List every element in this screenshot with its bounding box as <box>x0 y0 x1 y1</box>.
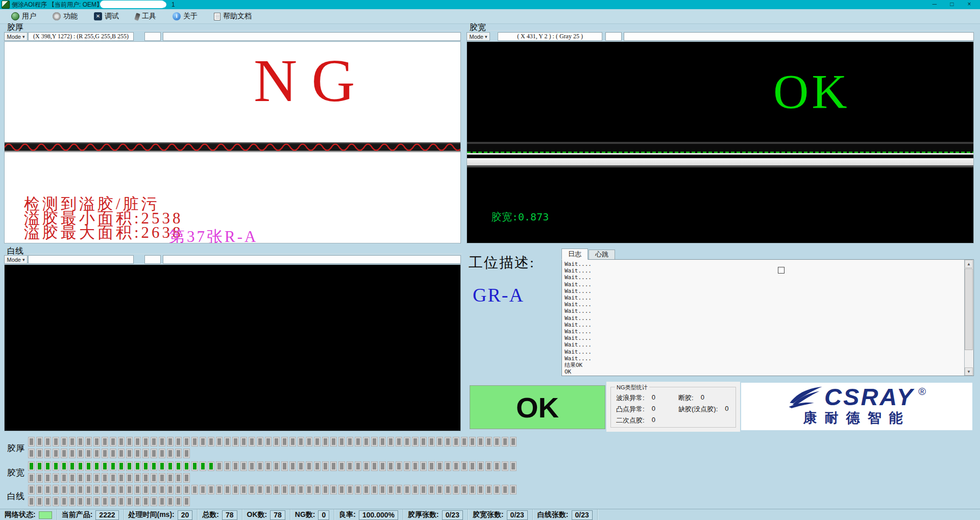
indicator-cell-off <box>175 497 182 506</box>
indicator-cell-off <box>281 461 288 471</box>
indicator-cell-off <box>69 497 76 506</box>
indicator-cell-off <box>240 485 247 494</box>
status-label: OK数: <box>247 510 267 519</box>
ng-stats-groupbox: NG类型统计 波浪异常:0凸点异常:0二次点胶:0 断胶:0缺胶(没点胶):0 <box>610 387 736 428</box>
indicator-cell-off <box>330 461 337 471</box>
scroll-down-icon[interactable]: ▼ <box>965 367 973 376</box>
glue-thickness-image[interactable]: NG 检测到溢胶/脏污 溢胶最小面积:2538 溢胶最大面积:2638 第37张… <box>4 41 461 243</box>
indicator-cell-off <box>110 449 116 458</box>
indicator-cell-off <box>85 497 92 506</box>
menu-item-label: 工具 <box>142 12 156 21</box>
indicator-cell-off <box>314 485 321 494</box>
indicator-cell-off <box>102 449 108 458</box>
window-title-tail: 1 <box>172 1 175 8</box>
indicator-cell-off <box>477 437 484 447</box>
menu-item-help-doc[interactable]: 帮助文档 <box>214 12 252 21</box>
indicator-cell-off <box>461 437 468 447</box>
indicator-cell-off <box>240 461 247 471</box>
white-line-image[interactable] <box>4 264 461 431</box>
indicator-row <box>28 497 190 506</box>
tab-heartbeat[interactable]: 心跳 <box>589 250 615 260</box>
indicator-cell-off <box>77 437 84 447</box>
indicator-cell-off <box>404 461 410 471</box>
status-item-glue-width-frames: 胶宽张数:0/23 <box>468 509 533 520</box>
defect-text: 检测到溢胶/脏污 溢胶最小面积:2538 溢胶最大面积:2638 <box>24 197 183 240</box>
indicator-cell-off <box>85 437 92 447</box>
status-value: 0/23 <box>507 510 528 520</box>
indicator-cell-off <box>216 437 223 447</box>
indicator-cell-off <box>306 461 312 471</box>
glue-width-measurement: 胶宽:0.873 <box>492 210 549 224</box>
indicator-cell-off <box>428 485 435 494</box>
indicator-cell-off <box>61 497 67 506</box>
scrollbar-thumb[interactable] <box>965 268 973 350</box>
indicator-cell-off <box>265 485 272 494</box>
status-label: 良率: <box>339 510 356 519</box>
mode-dropdown[interactable]: Mode <box>4 32 28 41</box>
indicator-cell-off <box>28 437 35 447</box>
indicator-cell-off <box>420 437 427 447</box>
indicator-cell-off <box>445 461 451 471</box>
readout-box-small <box>605 32 622 41</box>
network-status-swatch <box>39 511 52 519</box>
indicator-cell-off <box>167 473 174 483</box>
mode-dropdown[interactable]: Mode <box>4 255 28 264</box>
window-title: 侧涂AOI程序 【当前用户: OEM】 编 <box>12 1 110 9</box>
indicator-cell-off <box>477 485 484 494</box>
status-value: 0/23 <box>442 510 463 520</box>
close-button[interactable]: × <box>961 0 978 9</box>
maximize-button[interactable]: □ <box>943 0 961 9</box>
indicator-cell-off <box>159 485 165 494</box>
indicator-cell-off <box>102 485 108 494</box>
menu-item-debug[interactable]: 调试 <box>94 12 119 21</box>
menu-item-function[interactable]: 功能 <box>53 12 78 21</box>
indicator-cell-off <box>273 461 280 471</box>
indicator-cell-off <box>461 485 468 494</box>
status-value: 78 <box>222 510 237 520</box>
indicator-cell-on <box>36 461 43 471</box>
menu-item-tools[interactable]: 工具 <box>135 12 156 21</box>
indicator-cell-off <box>298 437 304 447</box>
indicator-cell-off <box>289 461 296 471</box>
indicator-cell-off <box>151 473 157 483</box>
indicator-cell-on <box>191 461 198 471</box>
indicator-cell-off <box>93 473 100 483</box>
indicator-cell-off <box>371 485 378 494</box>
user-icon <box>11 12 19 20</box>
status-value: 0 <box>318 510 329 520</box>
indicator-cell-off <box>69 437 76 447</box>
indicator-cell-off <box>298 461 304 471</box>
status-item-total-count: 总数:78 <box>198 509 242 520</box>
indicator-cell-off <box>200 437 206 447</box>
ng-stat-row: 二次点胶:0 <box>616 416 655 427</box>
menu-item-user[interactable]: 用户 <box>11 12 36 21</box>
indicator-cell-off <box>61 473 67 483</box>
scroll-up-icon[interactable]: ▲ <box>965 260 973 268</box>
log-scrollbar[interactable]: ▲ ▼ <box>964 260 973 376</box>
indicator-cell-on <box>167 461 174 471</box>
indicator-cell-on <box>53 461 59 471</box>
indicator-cell-off <box>134 437 141 447</box>
groupbox-line <box>26 30 462 31</box>
indicator-cell-off <box>469 485 476 494</box>
mode-dropdown[interactable]: Mode <box>467 32 490 41</box>
glue-line-image <box>467 142 973 167</box>
indicator-cell-off <box>232 461 239 471</box>
indicator-cell-off <box>420 461 427 471</box>
glue-width-image[interactable]: OK 胶宽:0.873 <box>467 41 974 243</box>
indicator-cell-off <box>494 437 500 447</box>
minimize-button[interactable]: ─ <box>926 0 943 9</box>
menu-item-about[interactable]: 关于 <box>173 12 198 21</box>
indicator-cell-off <box>77 485 84 494</box>
log-checkbox[interactable] <box>778 267 785 274</box>
app-icon <box>2 1 10 9</box>
indicator-cell-off <box>510 437 517 447</box>
ng-stat-value: 0 <box>652 393 655 405</box>
indicator-cell-off <box>151 485 157 494</box>
indicator-cell-on <box>28 461 35 471</box>
indicator-cell-on <box>151 461 157 471</box>
result-ok-button[interactable]: OK <box>470 385 605 429</box>
indicator-cell-off <box>85 473 92 483</box>
status-value: 0/23 <box>572 510 593 520</box>
tab-log[interactable]: 日志 <box>561 249 588 260</box>
